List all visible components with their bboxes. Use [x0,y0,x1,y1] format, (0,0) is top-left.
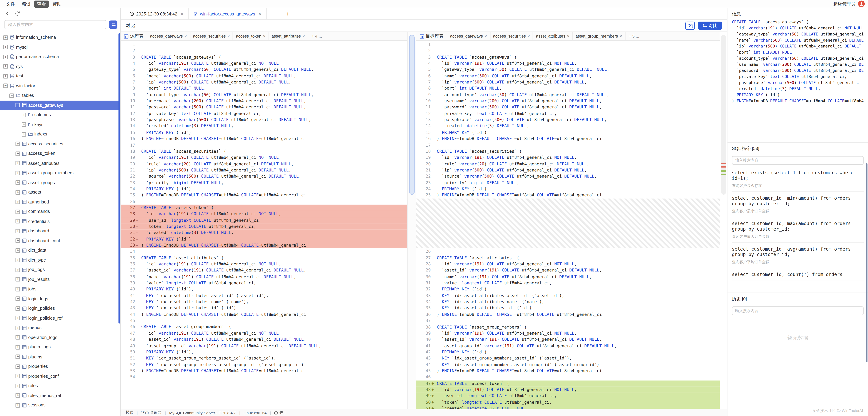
tree-item-sys[interactable]: +sys [0,62,120,71]
expand-icon[interactable]: + [16,316,20,320]
screenshot-button[interactable] [685,22,695,30]
target-tab-access_securities[interactable]: access_securities× [490,32,533,40]
sidebar-scrollbar[interactable] [119,33,120,324]
tree-item-assets[interactable]: +assets [0,187,120,197]
source-more-tabs[interactable]: + 4 ... [308,32,326,40]
tree-item-job_results[interactable]: +job_results [0,275,120,284]
sql-command-item[interactable]: select customer_id, min(amount) from ord… [732,192,864,217]
collapse-icon[interactable]: − [16,103,20,107]
expand-icon[interactable]: + [16,258,20,262]
expand-icon[interactable]: + [3,55,8,59]
about-button[interactable]: 关于 [274,410,287,415]
expand-icon[interactable]: + [16,268,20,272]
tree-item-asset_group_members[interactable]: +asset_group_members [0,168,120,178]
tree-item-access_securities[interactable]: +access_securities [0,139,120,149]
tree-item-mysql[interactable]: +mysql [0,42,120,52]
expand-icon[interactable]: + [16,238,20,243]
tree-item-information_schema[interactable]: +information_schema [0,33,120,42]
expand-icon[interactable]: + [16,403,20,407]
close-icon[interactable]: × [258,11,261,17]
tree-item-dict_type[interactable]: +dict_type [0,255,120,265]
target-code[interactable]: 123CREATE TABLE `access_gateways` (4 `id… [416,41,720,409]
tree-item-dashboard_conf[interactable]: +dashboard_conf [0,236,120,246]
tab-compare-session[interactable]: 2025-12-30 08:34:42 × [125,8,189,20]
tree-item-properties_conf[interactable]: +properties_conf [0,371,120,381]
tree-item-login_logs[interactable]: +login_logs [0,294,120,304]
tree-item-plugin_logs[interactable]: +plugin_logs [0,342,120,352]
expand-icon[interactable]: + [16,219,20,223]
tree-item-columns[interactable]: +columns [0,110,120,120]
target-tab-asset_group_members[interactable]: asset_group_members× [572,32,625,40]
expand-icon[interactable]: + [16,335,20,340]
source-tab-access_securities[interactable]: access_securities× [190,32,232,40]
expand-icon[interactable]: + [16,190,20,195]
expand-icon[interactable]: + [16,365,20,369]
expand-icon[interactable]: + [16,374,20,378]
expand-icon[interactable]: + [16,180,20,185]
target-tab-access_gateways[interactable]: access_gateways× [447,32,490,40]
tree-item-test[interactable]: +test [0,71,120,81]
close-icon[interactable]: × [227,34,230,39]
expand-icon[interactable]: + [16,142,20,146]
tab-table-detail[interactable]: win-factor.access_gateways × [189,8,267,20]
expand-icon[interactable]: + [16,306,20,311]
tree-item-roles[interactable]: +roles [0,381,120,391]
tree-item-dict_data[interactable]: +dict_data [0,246,120,255]
close-icon[interactable]: × [620,34,622,39]
tree-item-access_token[interactable]: +access_token [0,149,120,159]
tree-item-commands[interactable]: +commands [0,207,120,216]
tree-item-operation_logs[interactable]: +operation_logs [0,333,120,342]
expand-icon[interactable]: + [3,64,8,69]
tree-item-properties[interactable]: +properties [0,362,120,372]
collapse-icon[interactable]: − [3,84,8,88]
collapse-icon[interactable]: − [9,93,14,98]
tree-item-sessions[interactable]: +sessions [0,400,120,410]
close-icon[interactable]: × [303,34,305,39]
tree-item-authorised[interactable]: +authorised [0,197,120,207]
expand-icon[interactable]: + [22,123,26,127]
target-tab-asset_attributes[interactable]: asset_attributes× [533,32,572,40]
close-icon[interactable]: × [181,11,184,17]
new-tab-button[interactable]: + [282,8,293,20]
source-code[interactable]: 123CREATE TABLE `access_gateways` (4 `id… [121,41,407,409]
tree-item-roles_menus_ref[interactable]: +roles_menus_ref [0,391,120,401]
source-tab-access_gateways[interactable]: access_gateways× [147,32,190,40]
close-icon[interactable]: × [485,34,487,39]
sql-command-item[interactable]: select customer_id, count(*) from orders [732,268,864,280]
expand-icon[interactable]: + [16,384,20,388]
sql-command-item[interactable]: select customer_id, max(amount) from ord… [732,217,864,242]
tree-item-dashboard[interactable]: +dashboard [0,226,120,236]
expand-icon[interactable]: + [16,248,20,252]
expand-icon[interactable]: + [16,325,20,330]
tree-item-login_policies[interactable]: +login_policies [0,304,120,313]
tree-item-tables[interactable]: −tables [0,91,120,101]
back-icon[interactable] [5,11,10,16]
tree-item-plugins[interactable]: +plugins [0,352,120,362]
tree-item-indexs[interactable]: +indexs [0,129,120,139]
sql-command-item[interactable]: select customer_id, avg(amount) from ord… [732,242,864,268]
target-more-tabs[interactable]: + 5 ... [625,32,643,40]
source-tab-access_token[interactable]: access_token× [232,32,268,40]
compare-button[interactable]: 对比 [698,22,722,30]
sql-command-item[interactable]: select exists (select 1 from customers w… [732,166,864,192]
expand-icon[interactable]: + [16,171,20,175]
expand-icon[interactable]: + [16,297,20,301]
close-icon[interactable]: × [567,34,569,39]
expand-icon[interactable]: + [3,45,8,49]
menu-edit[interactable]: 编辑 [19,0,33,7]
close-icon[interactable]: × [185,34,187,39]
expand-icon[interactable]: + [16,151,20,156]
expand-icon[interactable]: + [16,355,20,359]
expand-icon[interactable]: + [16,161,20,165]
expand-icon[interactable]: + [22,113,26,117]
expand-icon[interactable]: + [16,277,20,282]
refresh-icon[interactable] [15,11,20,16]
menu-help[interactable]: 帮助 [50,0,64,7]
expand-icon[interactable]: + [16,229,20,233]
tree-item-menus[interactable]: +menus [0,323,120,333]
history-search-input[interactable] [732,306,864,315]
tree-item-jobs[interactable]: +jobs [0,284,120,294]
tree-item-credentials[interactable]: +credentials [0,216,120,226]
menu-file[interactable]: 文件 [3,0,18,7]
tree-item-win-factor[interactable]: −win-factor [0,81,120,91]
